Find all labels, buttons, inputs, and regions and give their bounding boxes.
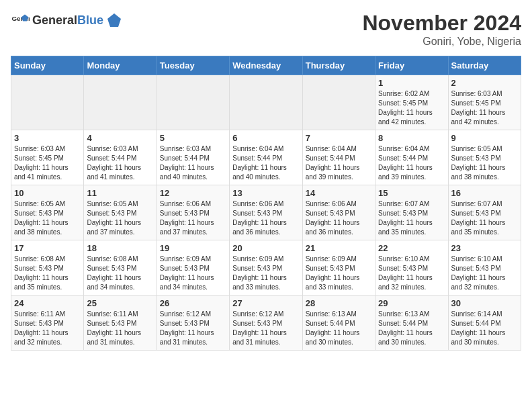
calendar-cell: 14Sunrise: 6:06 AM Sunset: 5:43 PM Dayli… [302,185,375,240]
day-info: Sunrise: 6:09 AM Sunset: 5:43 PM Dayligh… [232,255,299,292]
day-info: Sunrise: 6:06 AM Sunset: 5:43 PM Dayligh… [232,199,299,237]
calendar-cell: 2Sunrise: 6:03 AM Sunset: 5:45 PM Daylig… [448,75,521,130]
calendar-header-row: SundayMondayTuesdayWednesdayThursdayFrid… [11,56,521,75]
calendar-cell: 19Sunrise: 6:09 AM Sunset: 5:43 PM Dayli… [157,240,229,295]
calendar-cell [84,75,157,130]
day-number: 15 [378,188,445,198]
day-number: 5 [160,133,226,143]
day-number: 19 [160,243,226,253]
title-area: November 2024 Goniri, Yobe, Nigeria [362,11,521,48]
month-title: November 2024 [362,11,521,36]
calendar-cell: 5Sunrise: 6:03 AM Sunset: 5:44 PM Daylig… [157,130,229,185]
calendar-cell: 8Sunrise: 6:04 AM Sunset: 5:44 PM Daylig… [375,130,448,185]
calendar-cell [230,75,302,130]
weekday-header: Wednesday [230,56,302,75]
day-info: Sunrise: 6:07 AM Sunset: 5:43 PM Dayligh… [378,199,445,237]
calendar-week-row: 17Sunrise: 6:08 AM Sunset: 5:43 PM Dayli… [11,240,521,295]
calendar-cell: 4Sunrise: 6:03 AM Sunset: 5:44 PM Daylig… [84,130,157,185]
calendar-week-row: 3Sunrise: 6:03 AM Sunset: 5:45 PM Daylig… [11,130,521,185]
day-info: Sunrise: 6:04 AM Sunset: 5:44 PM Dayligh… [378,144,445,182]
day-number: 9 [451,133,518,143]
day-info: Sunrise: 6:03 AM Sunset: 5:44 PM Dayligh… [160,144,226,182]
day-number: 28 [306,298,372,308]
calendar-cell: 17Sunrise: 6:08 AM Sunset: 5:43 PM Dayli… [11,240,84,295]
day-number: 8 [378,133,445,143]
calendar-cell: 12Sunrise: 6:06 AM Sunset: 5:43 PM Dayli… [157,185,229,240]
day-info: Sunrise: 6:05 AM Sunset: 5:43 PM Dayligh… [14,199,81,237]
calendar-cell: 7Sunrise: 6:04 AM Sunset: 5:44 PM Daylig… [302,130,375,185]
calendar-week-row: 24Sunrise: 6:11 AM Sunset: 5:43 PM Dayli… [11,295,521,351]
calendar-cell: 9Sunrise: 6:05 AM Sunset: 5:43 PM Daylig… [448,130,521,185]
calendar-cell: 27Sunrise: 6:12 AM Sunset: 5:43 PM Dayli… [230,295,302,351]
day-info: Sunrise: 6:12 AM Sunset: 5:43 PM Dayligh… [160,310,226,347]
day-info: Sunrise: 6:13 AM Sunset: 5:44 PM Dayligh… [378,310,445,347]
calendar-cell: 30Sunrise: 6:14 AM Sunset: 5:44 PM Dayli… [448,295,521,351]
day-number: 20 [232,243,299,253]
day-number: 27 [232,298,299,308]
day-info: Sunrise: 6:09 AM Sunset: 5:43 PM Dayligh… [160,255,226,292]
calendar-cell: 26Sunrise: 6:12 AM Sunset: 5:43 PM Dayli… [157,295,229,351]
day-info: Sunrise: 6:04 AM Sunset: 5:44 PM Dayligh… [232,144,299,182]
weekday-header: Thursday [302,56,375,75]
calendar-cell: 22Sunrise: 6:10 AM Sunset: 5:43 PM Dayli… [375,240,448,295]
day-info: Sunrise: 6:02 AM Sunset: 5:45 PM Dayligh… [378,89,445,127]
day-number: 14 [306,188,372,198]
calendar-cell: 15Sunrise: 6:07 AM Sunset: 5:43 PM Dayli… [375,185,448,240]
day-number: 29 [378,298,445,308]
day-number: 11 [87,188,153,198]
calendar-cell: 11Sunrise: 6:05 AM Sunset: 5:43 PM Dayli… [84,185,157,240]
day-info: Sunrise: 6:07 AM Sunset: 5:43 PM Dayligh… [451,199,518,237]
day-number: 13 [232,188,299,198]
day-number: 24 [14,298,81,308]
calendar-cell: 1Sunrise: 6:02 AM Sunset: 5:45 PM Daylig… [375,75,448,130]
day-info: Sunrise: 6:10 AM Sunset: 5:43 PM Dayligh… [451,255,518,292]
day-number: 16 [451,188,518,198]
location-title: Goniri, Yobe, Nigeria [362,36,521,48]
calendar-week-row: 1Sunrise: 6:02 AM Sunset: 5:45 PM Daylig… [11,75,521,130]
calendar-cell: 16Sunrise: 6:07 AM Sunset: 5:43 PM Dayli… [448,185,521,240]
day-info: Sunrise: 6:04 AM Sunset: 5:44 PM Dayligh… [306,144,372,182]
day-number: 21 [306,243,372,253]
calendar-cell: 23Sunrise: 6:10 AM Sunset: 5:43 PM Dayli… [448,240,521,295]
day-number: 10 [14,188,81,198]
day-number: 25 [87,298,153,308]
calendar-cell: 25Sunrise: 6:11 AM Sunset: 5:43 PM Dayli… [84,295,157,351]
day-info: Sunrise: 6:06 AM Sunset: 5:43 PM Dayligh… [306,199,372,237]
calendar-cell: 28Sunrise: 6:13 AM Sunset: 5:44 PM Dayli… [302,295,375,351]
day-number: 17 [14,243,81,253]
day-number: 30 [451,298,518,308]
logo-shape-icon [106,12,122,28]
day-info: Sunrise: 6:13 AM Sunset: 5:44 PM Dayligh… [306,310,372,347]
calendar-cell: 18Sunrise: 6:08 AM Sunset: 5:43 PM Dayli… [84,240,157,295]
day-info: Sunrise: 6:03 AM Sunset: 5:45 PM Dayligh… [451,89,518,127]
logo: General General Blue [11,11,122,30]
logo-blue: Blue [77,13,103,28]
svg-marker-1 [107,13,121,27]
day-info: Sunrise: 6:11 AM Sunset: 5:43 PM Dayligh… [14,310,81,347]
day-info: Sunrise: 6:08 AM Sunset: 5:43 PM Dayligh… [87,255,153,292]
day-number: 23 [451,243,518,253]
day-info: Sunrise: 6:05 AM Sunset: 5:43 PM Dayligh… [87,199,153,237]
day-number: 18 [87,243,153,253]
calendar-cell: 20Sunrise: 6:09 AM Sunset: 5:43 PM Dayli… [230,240,302,295]
calendar-cell: 3Sunrise: 6:03 AM Sunset: 5:45 PM Daylig… [11,130,84,185]
weekday-header: Saturday [448,56,521,75]
weekday-header: Tuesday [157,56,229,75]
calendar-cell: 10Sunrise: 6:05 AM Sunset: 5:43 PM Dayli… [11,185,84,240]
day-number: 6 [232,133,299,143]
calendar-cell: 13Sunrise: 6:06 AM Sunset: 5:43 PM Dayli… [230,185,302,240]
day-number: 2 [451,78,518,88]
day-info: Sunrise: 6:12 AM Sunset: 5:43 PM Dayligh… [232,310,299,347]
day-info: Sunrise: 6:09 AM Sunset: 5:43 PM Dayligh… [306,255,372,292]
day-info: Sunrise: 6:06 AM Sunset: 5:43 PM Dayligh… [160,199,226,237]
logo-icon: General [11,11,30,30]
day-number: 22 [378,243,445,253]
day-info: Sunrise: 6:03 AM Sunset: 5:44 PM Dayligh… [87,144,153,182]
weekday-header: Monday [84,56,157,75]
weekday-header: Sunday [11,56,84,75]
logo-general: General [32,13,77,28]
day-info: Sunrise: 6:14 AM Sunset: 5:44 PM Dayligh… [451,310,518,347]
day-number: 3 [14,133,81,143]
day-number: 4 [87,133,153,143]
day-number: 26 [160,298,226,308]
